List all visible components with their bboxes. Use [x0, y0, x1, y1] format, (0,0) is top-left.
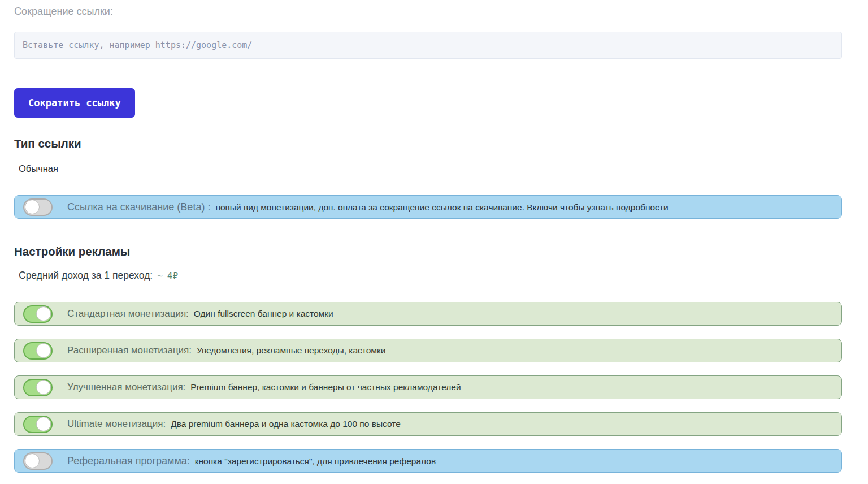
- monetization-row-text: Ultimate монетизация: Два premium баннер…: [67, 418, 401, 430]
- monetization-description: Один fullscreen баннер и кастомки: [194, 309, 333, 319]
- monetization-label: Расширенная монетизация:: [67, 345, 192, 356]
- download-link-label: Ссылка на скачивание (Beta) :: [67, 201, 210, 213]
- monetization-toggle[interactable]: [23, 379, 53, 396]
- monetization-row: Стандартная монетизация: Один fullscreen…: [14, 302, 842, 326]
- toggle-knob: [36, 343, 51, 358]
- monetization-description: Уведомления, рекламные переходы, кастомк…: [197, 345, 385, 356]
- approx-sign: ~: [157, 270, 163, 281]
- download-link-text: Ссылка на скачивание (Beta) : новый вид …: [67, 201, 669, 213]
- monetization-label: Улучшенная монетизация:: [67, 382, 185, 393]
- monetization-toggle[interactable]: [23, 416, 53, 433]
- shorten-link-button[interactable]: Сократить ссылку: [14, 88, 135, 118]
- toggle-knob: [25, 200, 40, 214]
- ad-settings-heading: Настройки рекламы: [14, 245, 842, 258]
- monetization-row-text: Улучшенная монетизация: Premium баннер, …: [67, 382, 461, 393]
- download-link-row: Ссылка на скачивание (Beta) : новый вид …: [14, 195, 842, 219]
- download-link-toggle[interactable]: [23, 198, 53, 216]
- monetization-toggle[interactable]: [23, 452, 53, 470]
- link-type-heading: Тип ссылки: [14, 137, 842, 150]
- average-income-line: Средний доход за 1 переход: ~ 4₽: [19, 270, 842, 282]
- link-type-selected[interactable]: Обычная: [19, 163, 842, 174]
- monetization-rows: Стандартная монетизация: Один fullscreen…: [14, 302, 842, 473]
- monetization-row-text: Расширенная монетизация: Уведомления, ре…: [67, 345, 385, 356]
- monetization-row: Реферальная программа: кнопка "зарегистр…: [14, 449, 842, 473]
- monetization-description: кнопка "зарегистрироваться", для привлеч…: [195, 456, 436, 466]
- monetization-description: Два premium баннера и одна кастомка до 1…: [171, 419, 401, 429]
- url-input[interactable]: [14, 32, 842, 59]
- average-income-value: 4₽: [167, 270, 178, 281]
- monetization-label: Стандартная монетизация:: [67, 308, 189, 319]
- average-income-label: Средний доход за 1 переход:: [19, 270, 153, 282]
- monetization-label: Ultimate монетизация:: [67, 418, 166, 430]
- link-shortener-page: Сокращение ссылки: Сократить ссылку Тип …: [0, 0, 868, 473]
- toggle-knob: [36, 380, 51, 395]
- download-link-description: новый вид монетизации, доп. оплата за со…: [215, 202, 668, 213]
- toggle-knob: [25, 453, 40, 468]
- monetization-row-text: Реферальная программа: кнопка "зарегистр…: [67, 455, 436, 467]
- toggle-knob: [36, 306, 51, 321]
- monetization-label: Реферальная программа:: [67, 455, 190, 467]
- monetization-row-text: Стандартная монетизация: Один fullscreen…: [67, 308, 333, 319]
- toggle-knob: [36, 417, 51, 431]
- monetization-toggle[interactable]: [23, 342, 53, 360]
- monetization-toggle[interactable]: [23, 305, 53, 323]
- monetization-row: Улучшенная монетизация: Premium баннер, …: [14, 375, 842, 399]
- shorten-section-label: Сокращение ссылки:: [14, 6, 842, 17]
- monetization-row: Ultimate монетизация: Два premium баннер…: [14, 412, 842, 436]
- monetization-description: Premium баннер, кастомки и баннеры от ча…: [190, 382, 461, 392]
- monetization-row: Расширенная монетизация: Уведомления, ре…: [14, 339, 842, 362]
